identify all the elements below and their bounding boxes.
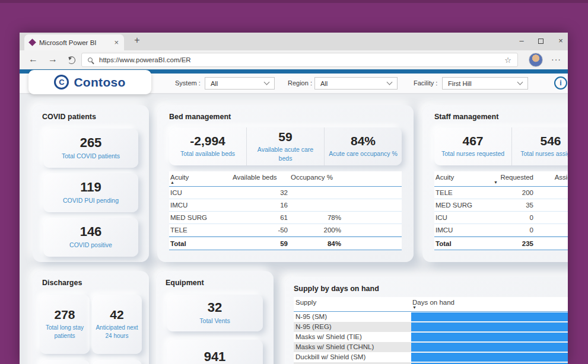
column-header[interactable]: Occupancy % <box>291 174 333 181</box>
cell-total-occupancy: 84% <box>288 240 341 247</box>
kpi-tile <box>40 360 90 364</box>
sort-desc-icon: ▼ <box>494 180 498 184</box>
kpi-strip: 467 Total nurses requested 546 Total nur… <box>434 127 568 165</box>
supply-row[interactable]: N-95 (REG) <box>294 322 568 332</box>
favorite-star-icon[interactable]: ☆ <box>504 56 511 65</box>
supply-bar <box>411 333 568 341</box>
column-header[interactable]: Available beds <box>233 174 277 181</box>
cell-acuity: MED SURG <box>170 214 207 221</box>
table-row[interactable]: ICU 0 0 <box>434 212 568 224</box>
cell-acuity: TELE <box>170 226 187 234</box>
cell-available-beds: 32 <box>231 189 288 196</box>
kpi-value: -2,994 <box>190 134 225 148</box>
chevron-down-icon <box>517 79 523 85</box>
desktop-top-strip <box>0 0 588 3</box>
equipment-card: Equipment 32 Total Vents 941 <box>156 271 274 364</box>
kpi-label: Total available beds <box>177 149 238 158</box>
cell-total-requested: 235 <box>488 240 533 247</box>
table-row[interactable]: TELE 200 300 <box>434 187 568 199</box>
cell-acuity: ICU <box>436 214 447 221</box>
url-text[interactable]: https://www.poweraBI.com/ER <box>99 56 191 63</box>
staff-table: Acuity Requested ▼ Assigned TELE 200 300… <box>434 171 568 250</box>
cell-acuity: TELE <box>436 189 453 196</box>
cell-occupancy: 78% <box>288 214 341 221</box>
window-minimize-button[interactable]: – <box>517 36 526 45</box>
kpi-section: -2,994 Total available beds <box>169 127 246 165</box>
region-filter-value: All <box>320 80 328 87</box>
supply-row[interactable]: Masks w/ Shield (TIE) <box>294 332 568 342</box>
logo-card: C Contoso <box>28 70 151 94</box>
column-header[interactable]: Supply <box>295 299 316 306</box>
region-filter-select[interactable]: All <box>314 77 398 90</box>
browser-navbar: ← → https://www.poweraBI.com/ER ☆ ··· <box>20 50 568 69</box>
table-row[interactable]: MED SURG 35 46 <box>434 199 568 212</box>
browser-window: Microsoft Power BI × + – × ← → https://w… <box>20 33 568 364</box>
column-header[interactable]: Assigned <box>533 174 568 181</box>
cell-assigned: 46 <box>533 202 568 209</box>
more-options-icon[interactable]: ··· <box>551 55 561 64</box>
kpi-tile: 32 Total Vents <box>167 295 263 331</box>
system-filter-label: System : <box>175 79 201 87</box>
window-close-button[interactable]: × <box>556 36 565 45</box>
cell-total-label: Total <box>436 240 452 247</box>
cell-total-available: 59 <box>231 240 288 247</box>
supply-name: N-95 (SM) <box>295 313 327 320</box>
card-title: Equipment <box>166 279 204 287</box>
cell-assigned: 0 <box>533 226 568 234</box>
kpi-section: 59 Available acute care beds <box>246 127 324 165</box>
system-filter-select[interactable]: All <box>205 77 275 90</box>
url-bar[interactable]: https://www.poweraBI.com/ER ☆ <box>81 53 518 67</box>
supply-row[interactable]: Duckbill w/ Shield (SM) <box>294 352 568 362</box>
tab-close-icon[interactable]: × <box>114 38 119 47</box>
bed-management-card: Bed management -2,994 Total available be… <box>157 105 414 262</box>
kpi-tile <box>92 360 142 364</box>
kpi-label: Available acute care beds <box>247 145 324 163</box>
column-header[interactable]: Acuity <box>436 174 454 181</box>
cell-available-beds: 16 <box>231 202 288 209</box>
column-header[interactable]: Days on hand <box>412 299 454 306</box>
supply-bar <box>411 323 568 331</box>
kpi-label: Total Vents <box>196 317 233 325</box>
supply-name: N-95 (REG) <box>295 323 332 330</box>
kpi-label: Total long stay patients <box>40 324 90 341</box>
supply-row[interactable]: N-95 (SM) <box>294 312 568 322</box>
table-total-row: Total 235 346 <box>434 237 568 250</box>
table-row[interactable]: TELE -50 200% <box>169 224 402 237</box>
cell-assigned: 300 <box>533 189 568 196</box>
supply-name: Masks w/ Shield (TCHNL) <box>295 343 374 350</box>
info-icon[interactable]: i <box>554 76 567 90</box>
kpi-value: 59 <box>278 130 292 143</box>
forward-icon[interactable]: → <box>48 54 58 65</box>
card-title: COVID patients <box>42 113 96 121</box>
kpi-label: Total nurses assigned <box>517 149 568 158</box>
facility-filter-select[interactable]: First Hill <box>442 77 528 90</box>
table-row[interactable]: IMCU 16 <box>169 199 402 212</box>
supply-row[interactable]: Masks w/ Shield (TCHNL) <box>294 342 568 352</box>
kpi-tile: 42 Anticipated next 24 hours <box>92 295 142 354</box>
cell-requested: 0 <box>488 214 533 221</box>
cell-available-beds: -50 <box>231 226 288 234</box>
profile-avatar[interactable] <box>529 53 543 67</box>
supply-bar <box>411 343 568 352</box>
supply-bar <box>411 312 568 321</box>
kpi-label: Anticipated next 24 hours <box>92 324 142 341</box>
cell-acuity: IMCU <box>170 202 187 209</box>
kpi-value: 32 <box>208 301 222 315</box>
facility-filter-label: Facility : <box>414 79 437 87</box>
supply-bar <box>411 353 568 362</box>
sort-desc-icon: ▼ <box>412 305 417 309</box>
new-tab-button[interactable]: + <box>131 35 143 46</box>
back-icon[interactable]: ← <box>28 54 38 65</box>
table-row[interactable]: ICU 32 <box>169 187 402 199</box>
system-filter-value: All <box>211 80 218 87</box>
powerbi-favicon-icon <box>28 39 36 46</box>
window-maximize-button[interactable] <box>538 39 543 44</box>
card-title: Bed management <box>169 113 231 121</box>
refresh-icon[interactable] <box>68 56 75 64</box>
kpi-tile: 278 Total long stay patients <box>40 295 90 354</box>
table-row[interactable]: MED SURG 61 78% <box>169 212 402 224</box>
table-header-row: Acuity ▲ Available beds Occupancy % <box>169 171 402 187</box>
tab-title: Microsoft Power BI <box>39 39 110 46</box>
browser-tab[interactable]: Microsoft Power BI × <box>24 34 124 50</box>
table-row[interactable]: IMCU 0 0 <box>434 224 568 237</box>
